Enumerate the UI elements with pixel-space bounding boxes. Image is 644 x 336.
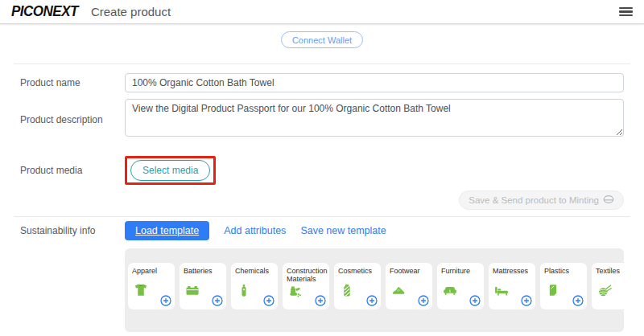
annotation-highlight: Select media (125, 156, 216, 185)
tshirt-icon (133, 282, 149, 301)
template-card-plastics[interactable]: Plastics (540, 263, 587, 309)
select-media-button[interactable]: Select media (130, 160, 210, 181)
app-header: PICONEXT Create product (0, 0, 644, 24)
minting-button-label: Save & Send product to Minting (469, 195, 599, 205)
template-card-apparel[interactable]: Apparel (128, 263, 175, 309)
product-media-row: Product media Select media (20, 156, 624, 185)
template-card-batteries[interactable]: Batteries (180, 263, 226, 309)
yarn-icon (597, 282, 613, 301)
sustainability-row: Sustainability info Load template Add at… (20, 221, 624, 240)
battery-icon (184, 282, 200, 301)
product-media-label: Product media (20, 165, 125, 176)
template-card-footwear[interactable]: Footwear (386, 263, 432, 309)
template-gallery: Apparel Batteries Chemicals (125, 248, 624, 332)
add-template-button[interactable] (572, 295, 584, 306)
add-template-button[interactable] (521, 295, 532, 306)
template-card-chemicals[interactable]: Chemicals (231, 263, 278, 309)
add-template-button[interactable] (160, 295, 171, 306)
product-description-label: Product description (20, 114, 125, 125)
product-name-input[interactable] (125, 73, 624, 92)
cosmetics-tube-icon (339, 282, 355, 301)
divider (14, 64, 630, 64)
coin-icon (603, 195, 614, 206)
save-new-template-link[interactable]: Save new template (300, 225, 386, 236)
template-card-furniture[interactable]: Furniture (437, 263, 484, 309)
product-name-label: Product name (20, 77, 125, 88)
app-logo: PICONEXT (11, 3, 78, 20)
template-card-cosmetics[interactable]: Cosmetics (334, 263, 381, 309)
load-template-button[interactable]: Load template (125, 221, 209, 240)
add-template-button[interactable] (315, 295, 326, 306)
template-card-textiles[interactable]: Textiles (592, 263, 624, 309)
save-send-minting-button[interactable]: Save & Send product to Minting (459, 191, 624, 210)
add-template-button[interactable] (418, 295, 429, 306)
divider (14, 216, 630, 217)
plastic-sheet-icon (545, 282, 561, 301)
add-template-button[interactable] (212, 295, 223, 306)
chemical-bottle-icon (236, 282, 252, 301)
add-template-button[interactable] (469, 295, 481, 306)
add-template-button[interactable] (263, 295, 275, 306)
page-title: Create product (91, 5, 171, 18)
product-description-row: Product description View the Digital Pro… (20, 99, 624, 140)
construction-icon (287, 282, 303, 301)
menu-icon[interactable] (619, 7, 633, 17)
connect-wallet-button[interactable]: Connect Wallet (281, 31, 363, 48)
sofa-icon (442, 282, 458, 301)
template-card-mattresses[interactable]: Mattresses (489, 263, 535, 309)
sneaker-icon (390, 282, 407, 301)
bed-icon (493, 282, 510, 301)
add-attributes-link[interactable]: Add attributes (224, 225, 286, 236)
sustainability-label: Sustainability info (20, 225, 125, 236)
wallet-row: Connect Wallet (0, 24, 644, 64)
add-template-button[interactable] (366, 295, 378, 306)
product-name-row: Product name (20, 73, 624, 92)
template-card-construction-materials[interactable]: Construction Materials (283, 263, 329, 309)
product-description-input[interactable]: View the Digital Product Passport for ou… (125, 99, 624, 137)
